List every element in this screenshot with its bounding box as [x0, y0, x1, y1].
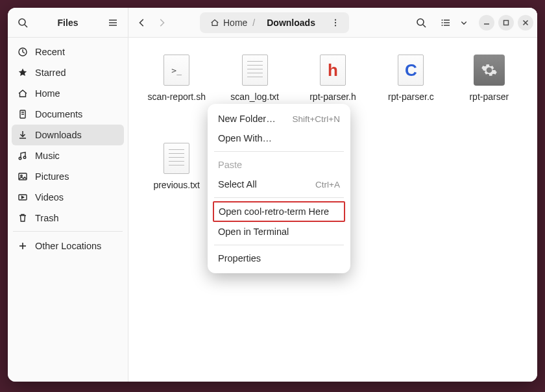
path-segment-current[interactable]: Downloads — [263, 16, 319, 29]
menu-item-label: Select All — [218, 179, 257, 190]
svg-point-0 — [19, 19, 25, 25]
file-label: scan_log.txt — [230, 91, 279, 103]
nav-arrows — [132, 12, 171, 34]
close-icon — [522, 19, 529, 26]
svg-point-16 — [335, 19, 336, 20]
menu-item-paste: Paste — [213, 155, 345, 175]
window-controls — [479, 15, 533, 31]
sidebar-menu-button[interactable] — [102, 12, 124, 34]
svg-point-26 — [442, 25, 443, 26]
file-icon-csource: C — [395, 53, 426, 87]
music-icon — [17, 151, 29, 161]
videos-icon — [17, 192, 29, 202]
sidebar-separator — [13, 231, 123, 232]
sidebar-item-label: Pictures — [35, 171, 69, 182]
view-dropdown-button[interactable] — [457, 12, 471, 34]
maximize-icon — [503, 19, 509, 26]
path-menu-button[interactable] — [324, 12, 346, 34]
pathbar: Home / Downloads — [200, 12, 401, 33]
file-item[interactable]: C rpt-parser.c — [374, 53, 447, 136]
file-icon-header: h — [317, 53, 348, 87]
menu-item-label: Open With… — [218, 133, 272, 143]
sidebar-item-documents[interactable]: Documents — [12, 104, 124, 125]
file-item[interactable]: >_ scan-report.sh — [140, 53, 213, 136]
search-icon — [416, 18, 426, 28]
pictures-icon — [17, 171, 29, 182]
file-icon-executable — [474, 53, 505, 87]
gear-icon — [481, 62, 498, 79]
back-button[interactable] — [132, 12, 152, 34]
chevron-right-icon — [157, 18, 166, 27]
app-title: Files — [34, 18, 102, 28]
maximize-button[interactable] — [498, 15, 514, 31]
menu-item-label: Open cool-retro-term Here — [219, 206, 329, 217]
view-toggle-button[interactable] — [435, 12, 457, 34]
list-icon — [441, 18, 451, 28]
file-label: scan-report.sh — [147, 91, 205, 103]
view-menu — [435, 12, 471, 34]
trash-icon — [17, 213, 29, 223]
svg-line-1 — [25, 25, 27, 27]
sidebar-item-recent[interactable]: Recent — [12, 42, 124, 62]
menu-item-select-all[interactable]: Select All Ctrl+A — [213, 175, 345, 194]
path-segment-label: Downloads — [267, 18, 315, 28]
file-item[interactable]: previous.txt — [140, 141, 213, 225]
svg-point-25 — [442, 22, 443, 23]
search-button[interactable] — [12, 12, 34, 34]
menu-item-open-terminal[interactable]: Open in Terminal — [213, 222, 345, 241]
file-icon-text — [161, 141, 192, 175]
menu-item-label: Open in Terminal — [218, 227, 289, 237]
header-search-button[interactable] — [410, 12, 432, 34]
menu-item-accel: Shift+Ctrl+N — [292, 114, 340, 124]
sidebar-item-music[interactable]: Music — [12, 145, 124, 166]
menu-item-properties[interactable]: Properties — [213, 249, 345, 268]
minimize-button[interactable] — [479, 15, 494, 31]
sidebar-nav: Recent Starred Home Documents Downloads … — [8, 38, 128, 382]
path-segment-home[interactable]: Home / — [206, 16, 260, 29]
menu-item-label: Properties — [218, 253, 261, 263]
menu-item-new-folder[interactable]: New Folder… Shift+Ctrl+N — [213, 109, 345, 129]
close-button[interactable] — [518, 15, 533, 31]
menu-separator — [214, 197, 344, 198]
file-label: rpt-parser.c — [388, 91, 434, 103]
chevron-left-icon — [138, 18, 147, 27]
menu-separator — [214, 151, 344, 152]
sidebar-item-home[interactable]: Home — [12, 83, 124, 104]
svg-point-19 — [417, 19, 424, 25]
menu-item-open-cool-retro-term[interactable]: Open cool-retro-term Here — [213, 201, 345, 222]
menu-item-label: New Folder… — [218, 114, 276, 124]
file-label: previous.txt — [153, 179, 200, 191]
forward-button[interactable] — [152, 12, 171, 34]
context-menu: New Folder… Shift+Ctrl+N Open With… Past… — [208, 104, 350, 273]
svg-point-18 — [335, 25, 336, 26]
sidebar-item-starred[interactable]: Starred — [12, 62, 124, 83]
menu-item-open-with[interactable]: Open With… — [213, 129, 345, 148]
svg-rect-28 — [504, 20, 509, 25]
sidebar-item-pictures[interactable]: Pictures — [12, 166, 124, 187]
minimize-icon — [483, 19, 490, 26]
sidebar-item-other-locations[interactable]: Other Locations — [12, 234, 124, 258]
svg-point-24 — [442, 19, 443, 21]
file-item[interactable]: rpt-parser — [453, 53, 526, 136]
sidebar-item-label: Documents — [35, 109, 82, 119]
path-segment-label: Home — [223, 18, 247, 28]
hamburger-icon — [108, 18, 118, 28]
file-icon-text — [239, 53, 271, 87]
header-right — [410, 12, 533, 34]
sidebar-item-downloads[interactable]: Downloads — [12, 125, 124, 145]
menu-item-accel: Ctrl+A — [315, 180, 340, 190]
file-label: rpt-parser.h — [309, 91, 356, 103]
sidebar-item-videos[interactable]: Videos — [12, 187, 124, 208]
sidebar-header: Files — [8, 8, 128, 38]
sidebar: Files Recent Starred Home Documents — [8, 8, 128, 382]
sidebar-item-trash[interactable]: Trash — [12, 208, 124, 228]
svg-point-10 — [23, 156, 26, 159]
sidebar-item-label: Recent — [35, 47, 65, 57]
sidebar-item-label: Other Locations — [35, 241, 101, 251]
headerbar: Home / Downloads — [128, 8, 537, 38]
plus-icon — [17, 241, 29, 251]
svg-point-9 — [19, 157, 21, 160]
path-pill: Home / Downloads — [200, 12, 349, 33]
file-icon-script: >_ — [161, 53, 192, 87]
path-separator: / — [251, 18, 256, 28]
